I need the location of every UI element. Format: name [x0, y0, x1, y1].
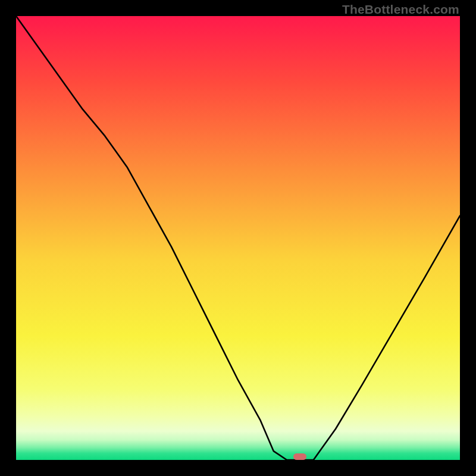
plot-area: [16, 16, 460, 460]
chart-frame: TheBottleneck.com: [0, 0, 476, 476]
optimal-marker: [293, 453, 306, 460]
watermark-text: TheBottleneck.com: [342, 2, 459, 17]
bottleneck-curve: [16, 16, 460, 460]
